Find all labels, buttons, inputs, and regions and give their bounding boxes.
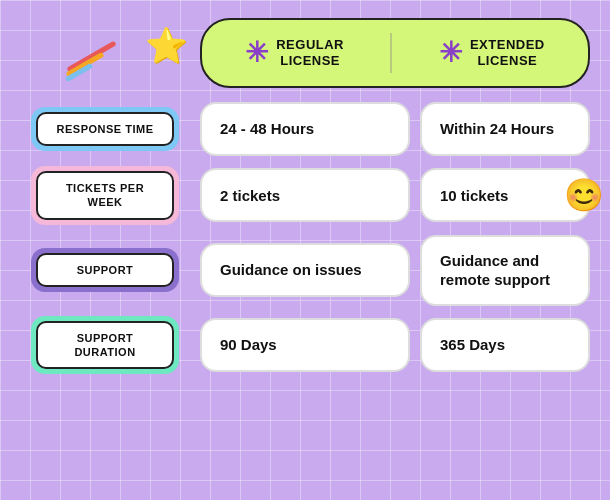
row-label-2: Support — [20, 248, 190, 292]
extended-value-3: 365 Days — [420, 318, 590, 372]
extended-wrap-2: Guidance and remote support — [420, 235, 590, 306]
row-label-1: Tickets Per Week — [20, 166, 190, 225]
logo-area: ⭐ — [20, 23, 190, 83]
data-row-0: Response Time24 - 48 HoursWithin 24 Hour… — [20, 102, 590, 156]
regular-asterisk-icon: ✳ — [245, 39, 268, 67]
row-label-text-2: Support — [36, 253, 174, 287]
row-label-text-3: Support Duration — [36, 321, 174, 370]
extended-value-2: Guidance and remote support — [420, 235, 590, 306]
data-row-3: Support Duration90 Days365 Days — [20, 316, 590, 375]
regular-license-col: ✳ RegularLicense — [245, 37, 344, 68]
data-row-2: SupportGuidance on issuesGuidance and re… — [20, 235, 590, 306]
extended-value-0: Within 24 Hours — [420, 102, 590, 156]
extended-license-col: ✳ ExtendedLicense — [439, 37, 545, 68]
row-label-3: Support Duration — [20, 316, 190, 375]
header-row: ⭐ ✳ RegularLicense ✳ ExtendedLicense — [20, 18, 590, 88]
extended-asterisk-icon: ✳ — [439, 39, 462, 67]
regular-value-3: 90 Days — [200, 318, 410, 372]
license-header: ✳ RegularLicense ✳ ExtendedLicense — [200, 18, 590, 88]
streak — [64, 54, 119, 75]
data-row-1: Tickets Per Week2 tickets10 tickets😊 — [20, 166, 590, 225]
main-container: ⭐ ✳ RegularLicense ✳ ExtendedLicense Res… — [0, 0, 610, 392]
row-label-text-0: Response Time — [36, 112, 174, 146]
extended-license-title: ExtendedLicense — [470, 37, 545, 68]
extended-wrap-3: 365 Days — [420, 318, 590, 372]
regular-value-1: 2 tickets — [200, 168, 410, 222]
extended-wrap-0: Within 24 Hours — [420, 102, 590, 156]
regular-license-title: RegularLicense — [276, 37, 344, 68]
row-label-0: Response Time — [20, 107, 190, 151]
smiley-icon: 😊 — [564, 179, 604, 211]
regular-value-0: 24 - 48 Hours — [200, 102, 410, 156]
rows-container: Response Time24 - 48 HoursWithin 24 Hour… — [20, 102, 590, 374]
shooting-star-icon: ⭐ — [60, 23, 150, 83]
regular-value-2: Guidance on issues — [200, 243, 410, 297]
row-label-text-1: Tickets Per Week — [36, 171, 174, 220]
license-divider — [390, 33, 392, 73]
extended-wrap-1: 10 tickets😊 — [420, 168, 590, 222]
